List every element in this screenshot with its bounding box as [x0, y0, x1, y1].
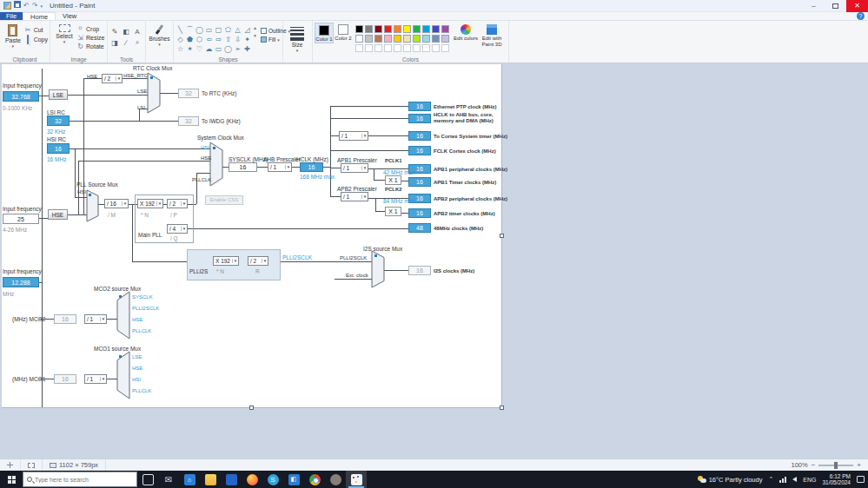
shape-curve[interactable]: ⌒ — [185, 25, 195, 35]
shape-cloud-callout[interactable]: ☁ — [204, 44, 214, 54]
palette-swatch-empty[interactable] — [403, 44, 411, 52]
search-input[interactable] — [35, 477, 122, 483]
shape-right-triangle[interactable]: ◿ — [242, 25, 252, 35]
palette-swatch-#00a2e8[interactable] — [422, 25, 430, 33]
zoom-in-button[interactable]: + — [857, 461, 861, 469]
shape-oval-callout[interactable]: ◯ — [223, 44, 233, 54]
rotate-button[interactable]: ↻Rotate — [76, 43, 104, 50]
shape-cross[interactable]: ✚ — [242, 44, 252, 54]
shape-arrow-down[interactable]: ⇩ — [233, 35, 242, 44]
palette-swatch-#ff7f27[interactable] — [394, 25, 401, 33]
zoom-out-button[interactable]: − — [812, 461, 816, 469]
palette-swatch-#a349a4[interactable] — [441, 25, 449, 33]
weather-widget[interactable]: 16°C Partly cloudy — [698, 476, 763, 484]
paste-button[interactable]: Paste ▾ — [2, 23, 24, 48]
canvas-resize-handle[interactable] — [500, 234, 504, 238]
taskbar-icon-skype[interactable]: S — [262, 471, 283, 488]
color2-button[interactable]: Color 2 — [334, 23, 353, 42]
palette-swatch-#3f48cc[interactable] — [432, 25, 440, 33]
taskbar-icon-chrome[interactable] — [304, 471, 325, 488]
file-menu-button[interactable]: File — [0, 12, 23, 20]
pencil-tool[interactable]: ✎ — [109, 26, 120, 36]
shape-hexagon[interactable]: ⬡ — [195, 35, 204, 44]
qat-dropdown-icon[interactable]: ▾ — [40, 2, 43, 10]
edit-colors-button[interactable]: Edit colors — [453, 23, 479, 42]
palette-swatch-#99d9ea[interactable] — [422, 35, 430, 43]
palette-swatch-#7f7f7f[interactable] — [365, 25, 373, 33]
text-tool[interactable]: A — [132, 26, 142, 36]
tab-home[interactable]: Home — [23, 12, 56, 20]
palette-swatch-empty[interactable] — [365, 44, 373, 52]
palette-swatch-#c8bfe7[interactable] — [441, 35, 449, 43]
shape-heart[interactable]: ♡ — [195, 44, 204, 54]
palette-swatch-#000000[interactable] — [355, 25, 363, 33]
taskbar-icon-file-explorer[interactable] — [200, 471, 221, 488]
taskbar-icon-firefox[interactable] — [242, 471, 262, 488]
palette-swatch-#b97a57[interactable] — [374, 35, 382, 43]
tab-view[interactable]: View — [56, 12, 83, 20]
help-icon[interactable]: ? — [857, 12, 865, 20]
palette-swatch-#ffaec9[interactable] — [384, 35, 392, 43]
color-picker-tool[interactable]: ∕ — [121, 37, 131, 48]
redo-button[interactable]: ↷ — [32, 2, 38, 10]
palette-swatch-#b5e61d[interactable] — [413, 35, 421, 43]
copy-button[interactable]: Copy — [24, 36, 48, 43]
shape-arrow-left[interactable]: ⇦ — [204, 35, 214, 44]
select-button[interactable]: Select ▾ — [52, 23, 76, 43]
paint-canvas[interactable] — [2, 64, 502, 408]
shape-arrow-right[interactable]: ⇨ — [214, 35, 223, 44]
taskbar-icon-mail[interactable]: ✉ — [158, 471, 179, 488]
undo-button[interactable]: ↶ — [23, 2, 30, 10]
shape-rounded-rectangle[interactable]: ▢ — [214, 25, 223, 35]
palette-swatch-empty[interactable] — [432, 44, 440, 52]
shape-arrow-up[interactable]: ⇧ — [223, 35, 233, 44]
shape-diamond[interactable]: ◇ — [176, 35, 185, 44]
eraser-tool[interactable]: ◨ — [109, 37, 120, 48]
shape-rectangular-callout[interactable]: ▭ — [214, 44, 223, 54]
shapes-scroll[interactable]: ▲▼ — [252, 23, 258, 38]
palette-swatch-#ed1c24[interactable] — [384, 25, 392, 33]
size-button[interactable]: Size ▾ — [285, 23, 309, 52]
palette-swatch-#ffffff[interactable] — [355, 35, 363, 43]
taskbar-icon-vscode[interactable]: ◧ — [283, 471, 304, 488]
language-indicator[interactable]: ENG — [803, 477, 816, 483]
shape-oval[interactable]: ◯ — [195, 25, 204, 35]
palette-swatch-#880015[interactable] — [374, 25, 382, 33]
palette-swatch-empty[interactable] — [394, 44, 401, 52]
shape-six-point-star[interactable]: ✶ — [185, 44, 195, 54]
brushes-button[interactable]: Brushes ▾ — [148, 23, 171, 46]
edit-with-paint3d-button[interactable]: Edit with Paint 3D — [479, 23, 505, 47]
shape-pentagon[interactable]: ⬟ — [185, 35, 195, 44]
canvas-resize-handle[interactable] — [500, 406, 504, 410]
shape-arrow[interactable]: ➣ — [233, 44, 242, 54]
fill-tool[interactable]: ◧ — [121, 26, 131, 36]
palette-swatch-#c3c3c3[interactable] — [365, 35, 373, 43]
save-button[interactable] — [14, 1, 21, 10]
crop-button[interactable]: ⌗Crop — [76, 24, 104, 33]
palette-swatch-empty[interactable] — [441, 44, 449, 52]
close-button[interactable]: ✕ — [846, 0, 868, 12]
taskbar-icon-paint[interactable] — [346, 471, 367, 488]
palette-swatch-empty[interactable] — [374, 44, 382, 52]
palette-swatch-empty[interactable] — [355, 44, 363, 52]
shape-four-point-star[interactable]: ✦ — [242, 35, 252, 44]
speaker-icon[interactable] — [792, 477, 797, 482]
palette-swatch-#ffc90e[interactable] — [394, 35, 401, 43]
resize-button[interactable]: ⇲Resize — [76, 34, 104, 42]
color1-button[interactable]: Color 1 — [315, 23, 334, 43]
shape-triangle[interactable]: △ — [233, 25, 242, 35]
palette-swatch-empty[interactable] — [413, 44, 421, 52]
shape-rectangle[interactable]: ▭ — [204, 25, 214, 35]
hidden-icons-chevron[interactable]: ⌃ — [768, 476, 773, 483]
shape-five-point-star[interactable]: ☆ — [176, 44, 185, 54]
palette-swatch-empty[interactable] — [384, 44, 392, 52]
taskbar-icon-photos[interactable] — [221, 471, 242, 488]
taskbar-icon-gimp[interactable] — [325, 471, 346, 488]
palette-swatch-#7092be[interactable] — [432, 35, 440, 43]
palette-swatch-empty[interactable] — [422, 44, 430, 52]
shape-polygon[interactable]: ⬠ — [223, 25, 233, 35]
palette-swatch-#efe4b0[interactable] — [403, 35, 411, 43]
cut-button[interactable]: ✂Cut — [24, 26, 48, 34]
minimize-button[interactable]: – — [803, 0, 825, 12]
taskbar-search[interactable] — [23, 472, 137, 487]
